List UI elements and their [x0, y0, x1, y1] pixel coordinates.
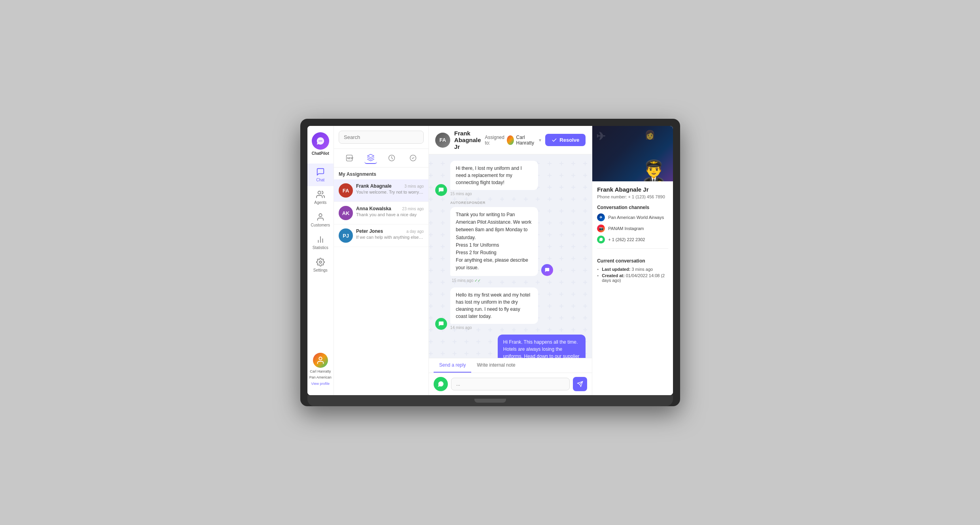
contact-avatar-header: FA — [435, 133, 450, 148]
chat-area: FA Frank Abagnale Jr Assigned to: Carl H… — [429, 126, 592, 395]
chat-header: FA Frank Abagnale Jr Assigned to: Carl H… — [429, 126, 592, 154]
contact-full-name: Frank Abagnale Jr — [597, 186, 668, 193]
panam-channel-icon: ✈ — [597, 213, 605, 221]
msg-avatar-1 — [435, 184, 447, 196]
whatsapp-channel-button[interactable] — [434, 377, 448, 391]
message-row-1: Hi there, I lost my uniform and I need a… — [435, 161, 586, 196]
settings-nav-label: Settings — [313, 268, 328, 272]
conversation-list: FA Frank Abagnale 3 mins ago You're welc… — [334, 179, 428, 395]
filter-pending[interactable] — [385, 152, 398, 164]
convo-item-peter[interactable]: PJ Peter Jones a day ago If we can help … — [334, 224, 428, 247]
user-name: Carl Hanratty — [310, 369, 331, 374]
channel-whatsapp: + 1 (262) 222 2302 — [597, 236, 668, 243]
view-profile-link[interactable]: View profile — [311, 382, 330, 386]
convo-info-anna: Anna Kowalska 23 mins ago Thank you and … — [356, 206, 424, 220]
reply-input-row — [429, 373, 592, 395]
contact-phone: Phone number: + 1 (123) 456 7890 — [597, 194, 668, 199]
msg-bubble-4: Hi Frank. This happens all the time. Hot… — [498, 335, 586, 358]
convo-avatar-anna: AK — [339, 206, 353, 220]
sidebar-item-customers[interactable]: Customers — [307, 209, 334, 231]
svg-point-2 — [321, 141, 322, 141]
statistics-nav-label: Statistics — [313, 245, 328, 250]
convo-time-frank: 3 mins ago — [404, 184, 424, 188]
convo-name-anna: Anna Kowalska — [356, 206, 391, 211]
created-at-info: Created at: 01/04/2022 14:08 (2 days ago… — [597, 273, 668, 283]
assigned-dropdown-chevron[interactable]: ▾ — [539, 137, 541, 143]
hero-bg-decoration: ✈ — [596, 130, 605, 143]
message-row-4: Hi Frank. This happens all the time. Hot… — [435, 335, 586, 358]
filter-assigned[interactable] — [364, 152, 377, 164]
resolve-button-label: Resolve — [559, 137, 579, 143]
panam-channel-name: Pan American World Airways — [608, 215, 664, 220]
tab-internal-note[interactable]: Write internal note — [471, 358, 521, 373]
assignments-header: My Assignments — [334, 167, 428, 179]
convo-name-peter: Peter Jones — [356, 228, 383, 234]
instagram-channel-name: PANAM Instagram — [608, 226, 644, 231]
autoresponder-avatar — [541, 264, 553, 276]
right-contact-info: Frank Abagnale Jr Phone number: + 1 (123… — [592, 181, 673, 258]
msg-bubble-3: Hello its my first week and my hotel has… — [450, 287, 538, 324]
convo-preview-anna: Thank you and have a nice day — [356, 212, 424, 217]
tab-send-reply[interactable]: Send a reply — [434, 358, 471, 373]
convo-item-frank[interactable]: FA Frank Abagnale 3 mins ago You're welc… — [334, 179, 428, 202]
logo-icon — [312, 132, 329, 150]
current-conversation-section: Current conversation Last updated: 3 min… — [592, 258, 673, 289]
whatsapp-channel-icon — [597, 236, 605, 243]
assigned-agent-name: Carl Hanratty — [516, 135, 537, 146]
channels-title: Conversation channels — [597, 205, 668, 210]
user-avatar[interactable] — [313, 353, 328, 368]
msg-time-1: 15 mins ago — [450, 192, 586, 196]
reply-input-field[interactable] — [451, 378, 570, 390]
assigned-agent-avatar — [507, 135, 514, 145]
svg-text:NEW: NEW — [347, 157, 353, 160]
messages-area: Hi there, I lost my uniform and I need a… — [429, 154, 592, 358]
autoresponder-section: AUTORESPONDER Thank you for writing to P… — [435, 201, 586, 283]
convo-time-peter: a day ago — [406, 229, 424, 234]
chat-nav-label: Chat — [316, 178, 324, 182]
pilot-assistant-emoji: 👩 — [644, 130, 655, 140]
reply-bar: Send a reply Write internal note — [429, 358, 592, 395]
app-name: ChatPilot — [312, 151, 329, 156]
convo-avatar-frank: FA — [339, 183, 353, 198]
sidebar: ChatPilot Chat Agents — [307, 126, 334, 395]
assigned-to-area: Assigned to: Carl Hanratty ▾ — [485, 135, 542, 146]
search-bar — [334, 126, 428, 149]
pilot-emoji: 👨‍✈️ — [641, 159, 667, 181]
convo-preview-peter: If we can help with anything else, then … — [356, 235, 424, 240]
sidebar-item-statistics[interactable]: Statistics — [307, 231, 334, 254]
search-input[interactable] — [339, 131, 424, 144]
msg-time-3: 14 mins ago — [450, 325, 586, 330]
convo-avatar-peter: PJ — [339, 228, 353, 243]
sidebar-item-settings[interactable]: Settings — [307, 254, 334, 276]
assigned-to-label: Assigned to: — [485, 135, 504, 146]
autoresponder-bubble: Thank you for writing to Pan American Pi… — [450, 207, 538, 276]
convo-item-anna[interactable]: AK Anna Kowalska 23 mins ago Thank you a… — [334, 202, 428, 224]
filter-new[interactable]: NEW — [343, 152, 356, 164]
channel-panam: ✈ Pan American World Airways — [597, 213, 668, 221]
current-convo-title: Current conversation — [597, 258, 668, 264]
svg-point-9 — [319, 357, 322, 360]
filter-tabs: NEW — [334, 149, 428, 167]
filter-resolved[interactable] — [407, 152, 419, 164]
user-company: Pan American — [309, 375, 332, 380]
svg-point-4 — [319, 214, 322, 217]
last-updated-info: Last updated: 3 mins ago — [597, 267, 668, 272]
sidebar-item-chat[interactable]: Chat — [307, 164, 334, 186]
instagram-channel-icon: 📷 — [597, 224, 605, 232]
user-profile-area: Carl Hanratty Pan American View profile — [309, 353, 332, 389]
convo-time-anna: 23 mins ago — [402, 207, 424, 211]
send-button[interactable] — [573, 377, 587, 391]
logo-area: ChatPilot — [312, 132, 329, 156]
reply-tabs: Send a reply Write internal note — [429, 358, 592, 373]
right-panel: ✈ 👨‍✈️ 👩 Frank Abagnale Jr Phone number:… — [592, 126, 673, 395]
contact-hero-image: ✈ 👨‍✈️ 👩 — [592, 126, 673, 181]
convo-info-peter: Peter Jones a day ago If we can help wit… — [356, 228, 424, 243]
svg-point-8 — [319, 261, 322, 263]
svg-point-0 — [318, 141, 319, 141]
sidebar-item-agents[interactable]: Agents — [307, 186, 334, 209]
svg-point-3 — [318, 191, 320, 194]
resolve-button[interactable]: Resolve — [545, 134, 586, 146]
convo-name-frank: Frank Abagnale — [356, 183, 392, 189]
msg-bubble-1: Hi there, I lost my uniform and I need a… — [450, 161, 538, 190]
convo-info-frank: Frank Abagnale 3 mins ago You're welcome… — [356, 183, 424, 198]
